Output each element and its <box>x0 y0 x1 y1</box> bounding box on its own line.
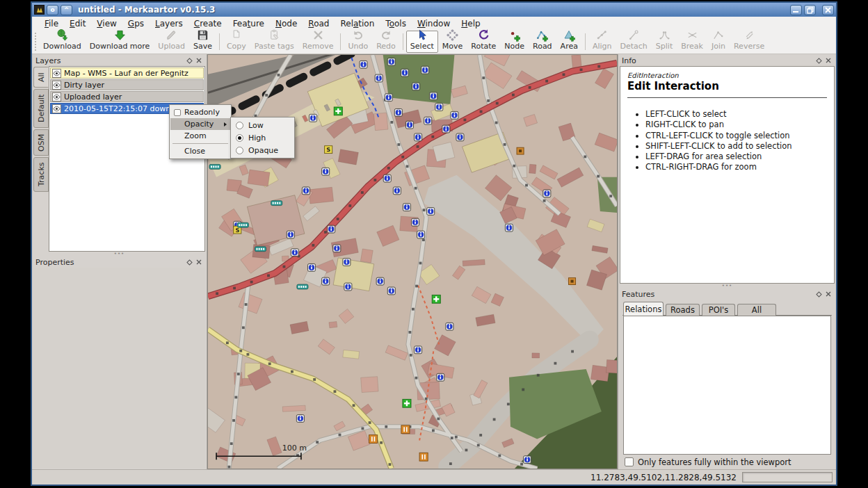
context-menu-item-close[interactable]: Close <box>170 145 230 157</box>
feature-tab-relations[interactable]: Relations <box>623 302 664 316</box>
readonly-checkbox[interactable] <box>174 109 181 116</box>
features-panel: Features RelationsRoadsPOI'sAll Only fea… <box>618 288 836 469</box>
redo-button: Redo <box>372 31 400 53</box>
info-marker-icon <box>375 74 383 82</box>
info-marker-icon <box>383 174 391 182</box>
float-panel-icon[interactable] <box>814 290 823 298</box>
layer-tab-all[interactable]: All <box>33 67 49 88</box>
float-panel-icon[interactable] <box>185 258 194 266</box>
info-marker-icon <box>376 277 384 285</box>
features-list[interactable] <box>623 316 831 455</box>
toolbar-handle[interactable] <box>35 33 38 51</box>
download-more-button[interactable]: Download more <box>86 31 154 53</box>
road-button[interactable]: Road <box>529 31 556 53</box>
remove-button: Remove <box>298 31 338 53</box>
radio-icon[interactable] <box>236 147 243 154</box>
toolbar-button-label: Rotate <box>471 42 496 51</box>
toolbar-button-label: Split <box>656 42 673 51</box>
info-marker-icon <box>307 263 315 271</box>
opacity-option-low[interactable]: Low <box>232 119 294 131</box>
title-bar[interactable]: o ^ untitled - Merkaartor v0.15.3 <box>32 3 836 17</box>
toolbar-button-label: Move <box>442 42 463 51</box>
opacity-option-high[interactable]: High <box>232 131 294 144</box>
layer-name: Map - WMS - Lauf an der Pegnitz <box>64 69 188 78</box>
menu-file[interactable]: File <box>39 18 64 29</box>
menu-feature[interactable]: Feature <box>227 18 270 29</box>
undo-button: Undo <box>344 31 372 53</box>
layer-tab-tracks[interactable]: Tracks <box>33 157 49 192</box>
float-panel-icon[interactable] <box>185 56 194 65</box>
download-button[interactable]: Download <box>39 31 86 53</box>
toolbar-separator <box>403 33 403 50</box>
toolbar-button-label: Undo <box>348 42 368 51</box>
radio-icon[interactable] <box>236 134 243 142</box>
select-button[interactable]: Select <box>406 31 438 53</box>
info-marker-icon <box>446 323 453 330</box>
menu-help[interactable]: Help <box>456 18 485 29</box>
move-button[interactable]: Move <box>438 31 467 53</box>
toolbar-button-label: Break <box>681 42 703 51</box>
layer-visibility-eye-icon[interactable] <box>52 92 61 101</box>
layer-row-dirty-layer[interactable]: Dirty layer <box>50 79 204 90</box>
menu-node[interactable]: Node <box>270 18 303 29</box>
screen: o ^ untitled - Merkaartor v0.15.3 FileEd… <box>0 0 868 488</box>
opacity-option-opaque[interactable]: Opaque <box>232 144 294 156</box>
toolbar-button-label: Road <box>533 42 552 51</box>
interaction-hint: RIGHT-CLICK to pan <box>645 120 827 130</box>
context-menu-item-opacity[interactable]: Opacity <box>170 118 230 130</box>
info-marker-icon <box>415 133 422 141</box>
viewport-only-checkbox[interactable] <box>625 457 634 466</box>
menu-relation[interactable]: Relation <box>335 18 380 29</box>
info-marker-icon <box>543 190 551 197</box>
menu-view[interactable]: View <box>91 18 122 29</box>
context-menu-item-readonly[interactable]: Readonly <box>170 106 230 118</box>
layer-visibility-eye-icon[interactable] <box>52 69 61 78</box>
interaction-hint: CTRL-LEFT-CLICK to toggle selection <box>645 131 827 141</box>
layer-visibility-eye-icon[interactable] <box>52 104 61 113</box>
save-button[interactable]: Save <box>189 31 216 53</box>
layer-row-map-wms-lauf-an-der-pegnitz[interactable]: Map - WMS - Lauf an der Pegnitz <box>50 67 204 79</box>
info-marker-icon <box>296 415 304 423</box>
layer-tab-column: AllDefaultOSMTracks <box>33 66 49 252</box>
menu-tools[interactable]: Tools <box>380 18 412 29</box>
close-panel-icon[interactable] <box>823 56 833 65</box>
split-button: Split <box>652 31 677 53</box>
menu-layers[interactable]: Layers <box>150 18 188 29</box>
rotate-icon <box>477 29 490 42</box>
info-panel-title: Info <box>622 56 814 65</box>
menu-road[interactable]: Road <box>303 18 335 29</box>
layer-tab-osm[interactable]: OSM <box>33 129 49 156</box>
radio-icon[interactable] <box>236 122 243 129</box>
close-panel-icon[interactable] <box>194 258 203 266</box>
info-marker-icon <box>427 208 435 215</box>
close-panel-icon[interactable] <box>194 56 203 65</box>
feature-tab-all[interactable]: All <box>737 304 776 316</box>
context-menu-item-zoom[interactable]: Zoom <box>170 130 230 142</box>
info-marker-icon <box>387 287 395 295</box>
opacity-option-label: High <box>248 133 266 143</box>
menu-edit[interactable]: Edit <box>64 18 91 29</box>
float-panel-icon[interactable] <box>814 56 823 65</box>
layer-row-uploaded-layer[interactable]: Uploaded layer <box>50 91 204 102</box>
toolbar: DownloadDownload moreUploadSaveCopyPaste… <box>32 30 836 54</box>
node-button[interactable]: Node <box>500 31 529 53</box>
feature-tab-roads[interactable]: Roads <box>666 304 700 316</box>
layer-visibility-eye-icon[interactable] <box>52 81 61 90</box>
menu-gps[interactable]: Gps <box>122 18 150 29</box>
window-shade-button[interactable]: ^ <box>61 5 72 15</box>
align-button: Align <box>588 31 616 53</box>
window-menu-button[interactable]: o <box>47 5 58 15</box>
break-icon <box>686 29 699 42</box>
feature-tab-poi-s[interactable]: POI's <box>702 304 735 316</box>
close-icon[interactable] <box>822 5 834 15</box>
toolbar-button-label: Detach <box>620 42 648 51</box>
rotate-button[interactable]: Rotate <box>467 31 500 53</box>
area-button[interactable]: Area <box>556 31 582 53</box>
area-icon <box>563 29 576 42</box>
minimize-button[interactable] <box>790 5 802 15</box>
close-panel-icon[interactable] <box>823 290 833 298</box>
menu-window[interactable]: Window <box>412 18 456 29</box>
restore-button[interactable] <box>804 5 816 15</box>
menu-create[interactable]: Create <box>188 18 227 29</box>
layer-tab-default[interactable]: Default <box>33 89 49 128</box>
